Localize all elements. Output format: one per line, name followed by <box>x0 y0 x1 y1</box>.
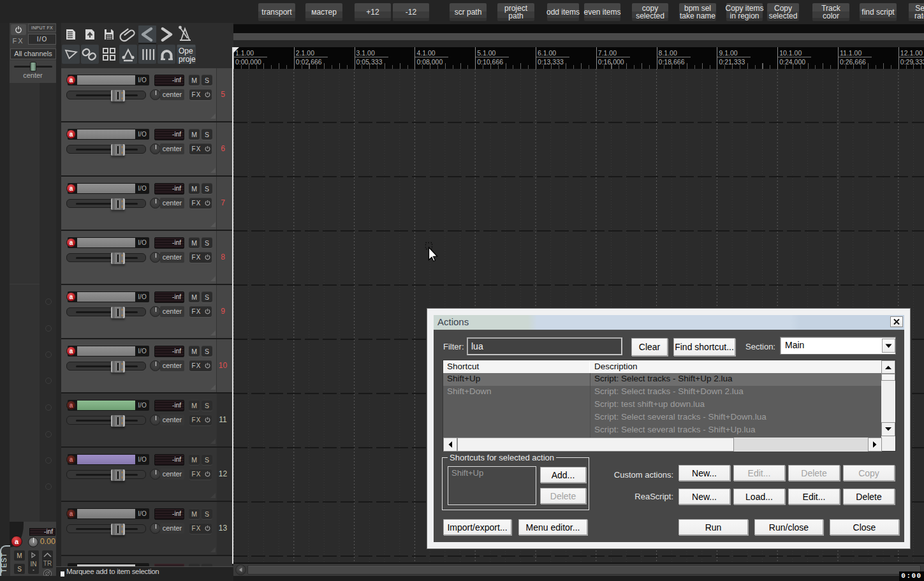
svg-text:TR: TR <box>43 560 52 567</box>
svg-text:proje: proje <box>179 55 196 64</box>
svg-text:Ope: Ope <box>179 47 193 55</box>
svg-text:IN: IN <box>31 561 37 568</box>
